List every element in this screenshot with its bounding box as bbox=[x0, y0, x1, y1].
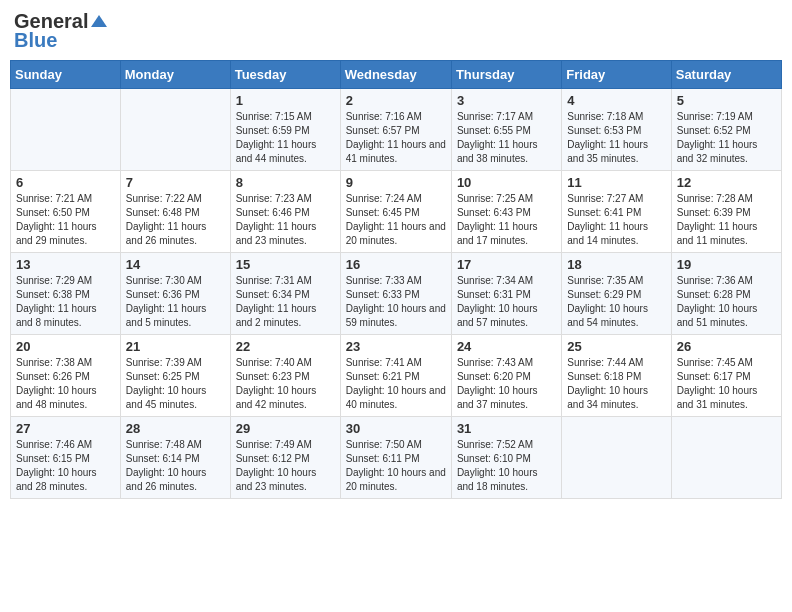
daylight-text: Daylight: 10 hours and 28 minutes. bbox=[16, 467, 97, 492]
sunset-text: Sunset: 6:50 PM bbox=[16, 207, 90, 218]
cell-info: Sunrise: 7:24 AMSunset: 6:45 PMDaylight:… bbox=[346, 192, 446, 248]
cell-info: Sunrise: 7:28 AMSunset: 6:39 PMDaylight:… bbox=[677, 192, 776, 248]
sunset-text: Sunset: 6:14 PM bbox=[126, 453, 200, 464]
day-number: 20 bbox=[16, 339, 115, 354]
sunset-text: Sunset: 6:17 PM bbox=[677, 371, 751, 382]
sunrise-text: Sunrise: 7:33 AM bbox=[346, 275, 422, 286]
daylight-text: Daylight: 11 hours and 5 minutes. bbox=[126, 303, 207, 328]
sunrise-text: Sunrise: 7:24 AM bbox=[346, 193, 422, 204]
cell-info: Sunrise: 7:29 AMSunset: 6:38 PMDaylight:… bbox=[16, 274, 115, 330]
sunset-text: Sunset: 6:45 PM bbox=[346, 207, 420, 218]
calendar-cell: 26Sunrise: 7:45 AMSunset: 6:17 PMDayligh… bbox=[671, 335, 781, 417]
sunrise-text: Sunrise: 7:35 AM bbox=[567, 275, 643, 286]
svg-marker-0 bbox=[91, 15, 107, 27]
calendar-cell: 30Sunrise: 7:50 AMSunset: 6:11 PMDayligh… bbox=[340, 417, 451, 499]
daylight-text: Daylight: 11 hours and 11 minutes. bbox=[677, 221, 758, 246]
calendar-cell bbox=[120, 89, 230, 171]
daylight-text: Daylight: 10 hours and 18 minutes. bbox=[457, 467, 538, 492]
sunrise-text: Sunrise: 7:16 AM bbox=[346, 111, 422, 122]
cell-info: Sunrise: 7:36 AMSunset: 6:28 PMDaylight:… bbox=[677, 274, 776, 330]
calendar-cell bbox=[671, 417, 781, 499]
daylight-text: Daylight: 10 hours and 57 minutes. bbox=[457, 303, 538, 328]
sunrise-text: Sunrise: 7:30 AM bbox=[126, 275, 202, 286]
col-friday: Friday bbox=[562, 61, 671, 89]
sunrise-text: Sunrise: 7:39 AM bbox=[126, 357, 202, 368]
calendar-header-row: Sunday Monday Tuesday Wednesday Thursday… bbox=[11, 61, 782, 89]
col-sunday: Sunday bbox=[11, 61, 121, 89]
calendar-cell: 4Sunrise: 7:18 AMSunset: 6:53 PMDaylight… bbox=[562, 89, 671, 171]
daylight-text: Daylight: 11 hours and 2 minutes. bbox=[236, 303, 317, 328]
calendar-week-row: 6Sunrise: 7:21 AMSunset: 6:50 PMDaylight… bbox=[11, 171, 782, 253]
sunrise-text: Sunrise: 7:36 AM bbox=[677, 275, 753, 286]
day-number: 21 bbox=[126, 339, 225, 354]
sunrise-text: Sunrise: 7:46 AM bbox=[16, 439, 92, 450]
sunset-text: Sunset: 6:18 PM bbox=[567, 371, 641, 382]
calendar-cell: 2Sunrise: 7:16 AMSunset: 6:57 PMDaylight… bbox=[340, 89, 451, 171]
cell-info: Sunrise: 7:41 AMSunset: 6:21 PMDaylight:… bbox=[346, 356, 446, 412]
day-number: 16 bbox=[346, 257, 446, 272]
daylight-text: Daylight: 11 hours and 32 minutes. bbox=[677, 139, 758, 164]
cell-info: Sunrise: 7:38 AMSunset: 6:26 PMDaylight:… bbox=[16, 356, 115, 412]
day-number: 13 bbox=[16, 257, 115, 272]
sunrise-text: Sunrise: 7:40 AM bbox=[236, 357, 312, 368]
day-number: 25 bbox=[567, 339, 665, 354]
sunset-text: Sunset: 6:26 PM bbox=[16, 371, 90, 382]
cell-info: Sunrise: 7:50 AMSunset: 6:11 PMDaylight:… bbox=[346, 438, 446, 494]
calendar-cell: 7Sunrise: 7:22 AMSunset: 6:48 PMDaylight… bbox=[120, 171, 230, 253]
cell-info: Sunrise: 7:45 AMSunset: 6:17 PMDaylight:… bbox=[677, 356, 776, 412]
sunset-text: Sunset: 6:43 PM bbox=[457, 207, 531, 218]
day-number: 19 bbox=[677, 257, 776, 272]
sunset-text: Sunset: 6:12 PM bbox=[236, 453, 310, 464]
calendar-cell: 21Sunrise: 7:39 AMSunset: 6:25 PMDayligh… bbox=[120, 335, 230, 417]
cell-info: Sunrise: 7:48 AMSunset: 6:14 PMDaylight:… bbox=[126, 438, 225, 494]
calendar-cell: 23Sunrise: 7:41 AMSunset: 6:21 PMDayligh… bbox=[340, 335, 451, 417]
calendar-cell: 12Sunrise: 7:28 AMSunset: 6:39 PMDayligh… bbox=[671, 171, 781, 253]
col-saturday: Saturday bbox=[671, 61, 781, 89]
sunrise-text: Sunrise: 7:48 AM bbox=[126, 439, 202, 450]
cell-info: Sunrise: 7:15 AMSunset: 6:59 PMDaylight:… bbox=[236, 110, 335, 166]
cell-info: Sunrise: 7:52 AMSunset: 6:10 PMDaylight:… bbox=[457, 438, 556, 494]
cell-info: Sunrise: 7:17 AMSunset: 6:55 PMDaylight:… bbox=[457, 110, 556, 166]
calendar-week-row: 13Sunrise: 7:29 AMSunset: 6:38 PMDayligh… bbox=[11, 253, 782, 335]
day-number: 18 bbox=[567, 257, 665, 272]
calendar-cell: 15Sunrise: 7:31 AMSunset: 6:34 PMDayligh… bbox=[230, 253, 340, 335]
sunset-text: Sunset: 6:59 PM bbox=[236, 125, 310, 136]
sunrise-text: Sunrise: 7:50 AM bbox=[346, 439, 422, 450]
calendar-cell: 9Sunrise: 7:24 AMSunset: 6:45 PMDaylight… bbox=[340, 171, 451, 253]
sunrise-text: Sunrise: 7:18 AM bbox=[567, 111, 643, 122]
daylight-text: Daylight: 11 hours and 44 minutes. bbox=[236, 139, 317, 164]
day-number: 31 bbox=[457, 421, 556, 436]
calendar-cell: 25Sunrise: 7:44 AMSunset: 6:18 PMDayligh… bbox=[562, 335, 671, 417]
day-number: 3 bbox=[457, 93, 556, 108]
daylight-text: Daylight: 10 hours and 59 minutes. bbox=[346, 303, 446, 328]
cell-info: Sunrise: 7:16 AMSunset: 6:57 PMDaylight:… bbox=[346, 110, 446, 166]
sunrise-text: Sunrise: 7:45 AM bbox=[677, 357, 753, 368]
calendar-cell bbox=[562, 417, 671, 499]
sunset-text: Sunset: 6:52 PM bbox=[677, 125, 751, 136]
sunrise-text: Sunrise: 7:34 AM bbox=[457, 275, 533, 286]
sunset-text: Sunset: 6:38 PM bbox=[16, 289, 90, 300]
day-number: 15 bbox=[236, 257, 335, 272]
daylight-text: Daylight: 10 hours and 40 minutes. bbox=[346, 385, 446, 410]
calendar-cell: 16Sunrise: 7:33 AMSunset: 6:33 PMDayligh… bbox=[340, 253, 451, 335]
daylight-text: Daylight: 10 hours and 42 minutes. bbox=[236, 385, 317, 410]
cell-info: Sunrise: 7:35 AMSunset: 6:29 PMDaylight:… bbox=[567, 274, 665, 330]
calendar-week-row: 1Sunrise: 7:15 AMSunset: 6:59 PMDaylight… bbox=[11, 89, 782, 171]
cell-info: Sunrise: 7:27 AMSunset: 6:41 PMDaylight:… bbox=[567, 192, 665, 248]
cell-info: Sunrise: 7:46 AMSunset: 6:15 PMDaylight:… bbox=[16, 438, 115, 494]
daylight-text: Daylight: 11 hours and 14 minutes. bbox=[567, 221, 648, 246]
sunrise-text: Sunrise: 7:29 AM bbox=[16, 275, 92, 286]
sunrise-text: Sunrise: 7:25 AM bbox=[457, 193, 533, 204]
cell-info: Sunrise: 7:30 AMSunset: 6:36 PMDaylight:… bbox=[126, 274, 225, 330]
day-number: 24 bbox=[457, 339, 556, 354]
sunset-text: Sunset: 6:55 PM bbox=[457, 125, 531, 136]
cell-info: Sunrise: 7:39 AMSunset: 6:25 PMDaylight:… bbox=[126, 356, 225, 412]
sunrise-text: Sunrise: 7:31 AM bbox=[236, 275, 312, 286]
logo-blue-text: Blue bbox=[14, 29, 57, 52]
calendar-cell: 13Sunrise: 7:29 AMSunset: 6:38 PMDayligh… bbox=[11, 253, 121, 335]
sunset-text: Sunset: 6:25 PM bbox=[126, 371, 200, 382]
day-number: 12 bbox=[677, 175, 776, 190]
day-number: 17 bbox=[457, 257, 556, 272]
day-number: 29 bbox=[236, 421, 335, 436]
day-number: 1 bbox=[236, 93, 335, 108]
